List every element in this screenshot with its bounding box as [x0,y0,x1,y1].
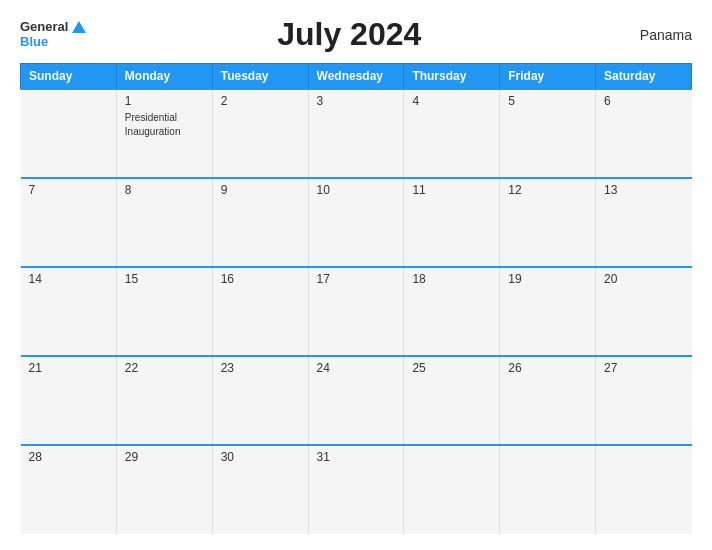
day-number: 18 [412,272,491,286]
day-number: 2 [221,94,300,108]
day-number: 17 [317,272,396,286]
calendar-cell [596,445,692,534]
calendar-week-row: 78910111213 [21,178,692,267]
calendar-table: Sunday Monday Tuesday Wednesday Thursday… [20,63,692,534]
day-number: 15 [125,272,204,286]
day-number: 14 [29,272,108,286]
day-number: 11 [412,183,491,197]
day-number: 19 [508,272,587,286]
day-number: 10 [317,183,396,197]
calendar-cell: 10 [308,178,404,267]
calendar-cell: 31 [308,445,404,534]
day-number: 7 [29,183,108,197]
calendar-cell [21,89,117,178]
day-number: 30 [221,450,300,464]
calendar-cell: 30 [212,445,308,534]
day-number: 20 [604,272,683,286]
calendar-cell: 5 [500,89,596,178]
calendar-cell: 22 [116,356,212,445]
event-label: Presidential Inauguration [125,112,181,137]
country-label: Panama [612,27,692,43]
day-number: 5 [508,94,587,108]
day-number: 21 [29,361,108,375]
logo-general-text: General [20,20,68,34]
day-number: 8 [125,183,204,197]
calendar-cell: 17 [308,267,404,356]
calendar-cell: 25 [404,356,500,445]
calendar-cell: 4 [404,89,500,178]
col-friday: Friday [500,64,596,90]
calendar-title: July 2024 [86,16,612,53]
day-number: 9 [221,183,300,197]
day-number: 25 [412,361,491,375]
calendar-week-row: 14151617181920 [21,267,692,356]
calendar-body: 1Presidential Inauguration23456789101112… [21,89,692,534]
logo: General Blue [20,20,86,49]
calendar-week-row: 21222324252627 [21,356,692,445]
day-number: 28 [29,450,108,464]
calendar-cell: 15 [116,267,212,356]
calendar-cell: 8 [116,178,212,267]
day-number: 27 [604,361,683,375]
day-number: 1 [125,94,204,108]
calendar-cell: 28 [21,445,117,534]
calendar-cell: 3 [308,89,404,178]
calendar-cell: 2 [212,89,308,178]
col-monday: Monday [116,64,212,90]
calendar-cell: 6 [596,89,692,178]
calendar-week-row: 28293031 [21,445,692,534]
header: General Blue July 2024 Panama [20,16,692,53]
calendar-cell: 27 [596,356,692,445]
calendar-cell: 19 [500,267,596,356]
day-number: 16 [221,272,300,286]
calendar-cell: 12 [500,178,596,267]
day-number: 13 [604,183,683,197]
col-saturday: Saturday [596,64,692,90]
calendar-cell: 11 [404,178,500,267]
calendar-cell [404,445,500,534]
calendar-cell: 29 [116,445,212,534]
day-number: 26 [508,361,587,375]
calendar-cell: 14 [21,267,117,356]
calendar-cell: 13 [596,178,692,267]
day-number: 4 [412,94,491,108]
calendar-cell: 18 [404,267,500,356]
calendar-cell [500,445,596,534]
calendar-cell: 21 [21,356,117,445]
calendar-cell: 9 [212,178,308,267]
col-tuesday: Tuesday [212,64,308,90]
day-number: 3 [317,94,396,108]
day-number: 29 [125,450,204,464]
day-number: 12 [508,183,587,197]
calendar-cell: 7 [21,178,117,267]
calendar-cell: 26 [500,356,596,445]
calendar-cell: 16 [212,267,308,356]
calendar-week-row: 1Presidential Inauguration23456 [21,89,692,178]
logo-triangle-icon [72,21,86,33]
day-number: 6 [604,94,683,108]
calendar-header: Sunday Monday Tuesday Wednesday Thursday… [21,64,692,90]
day-number: 31 [317,450,396,464]
day-number: 23 [221,361,300,375]
days-of-week-row: Sunday Monday Tuesday Wednesday Thursday… [21,64,692,90]
calendar-cell: 23 [212,356,308,445]
calendar-cell: 24 [308,356,404,445]
col-thursday: Thursday [404,64,500,90]
col-sunday: Sunday [21,64,117,90]
day-number: 22 [125,361,204,375]
page: General Blue July 2024 Panama Sunday Mon… [0,0,712,550]
col-wednesday: Wednesday [308,64,404,90]
logo-blue-text: Blue [20,35,48,49]
day-number: 24 [317,361,396,375]
calendar-cell: 20 [596,267,692,356]
calendar-cell: 1Presidential Inauguration [116,89,212,178]
